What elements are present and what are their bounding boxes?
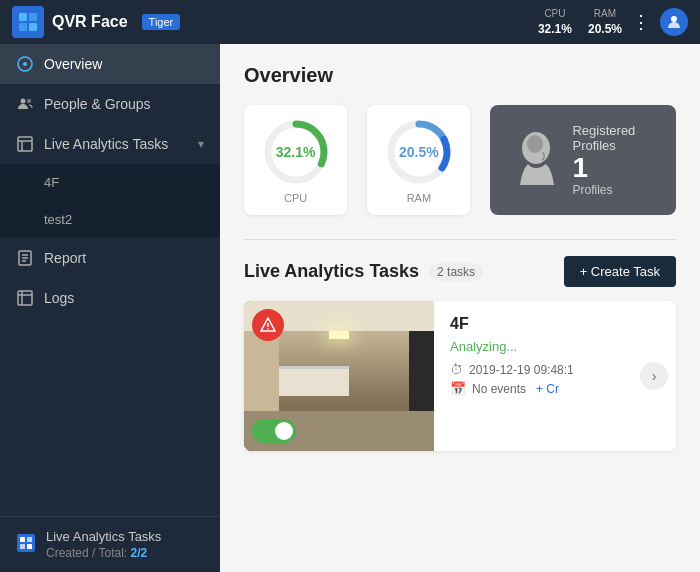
sidebar-bottom-info: Live Analytics Tasks Created / Total: 2/…	[16, 529, 204, 560]
svg-point-4	[671, 16, 677, 22]
content-area: Overview 32.1% CPU	[220, 44, 700, 572]
topbar: QVR Face Tiger CPU 32.1% RAM 20.5% ⋮	[0, 0, 700, 44]
cpu-donut-label: CPU	[284, 192, 307, 204]
svg-rect-0	[19, 13, 27, 21]
svg-rect-20	[20, 537, 25, 542]
sidebar-bottom-title: Live Analytics Tasks	[46, 529, 161, 544]
svg-rect-16	[18, 291, 32, 305]
profiles-icon	[508, 130, 558, 190]
task-status: Analyzing...	[450, 339, 660, 354]
main-layout: Overview People & Groups	[0, 44, 700, 572]
corridor-light	[329, 331, 349, 339]
task-toggle-area	[252, 419, 296, 443]
sidebar: Overview People & Groups	[0, 44, 220, 572]
people-groups-label: People & Groups	[44, 96, 204, 112]
svg-point-8	[27, 99, 31, 103]
task-alert-icon	[252, 309, 284, 341]
task-datetime: 2019-12-19 09:48:1	[469, 363, 574, 377]
sidebar-item-report[interactable]: Report	[0, 238, 220, 278]
tasks-title-row: Live Analytics Tasks 2 tasks	[244, 261, 483, 282]
sidebar-bottom-text: Live Analytics Tasks Created / Total: 2/…	[46, 529, 161, 560]
more-options-button[interactable]: ⋮	[632, 11, 650, 33]
profiles-info: Registered Profiles 1 Profiles	[572, 123, 658, 198]
svg-point-6	[23, 62, 27, 66]
task-meta: ⏱ 2019-12-19 09:48:1 📅 No events + Cr	[450, 362, 660, 396]
svg-rect-3	[29, 23, 37, 31]
sidebar-item-live-analytics[interactable]: Live Analytics Tasks ▾	[0, 124, 220, 164]
logs-label: Logs	[44, 290, 204, 306]
test2-label: test2	[44, 212, 204, 227]
ram-stat: RAM 20.5%	[588, 8, 622, 37]
app-name: QVR Face	[52, 13, 128, 31]
tasks-title: Live Analytics Tasks	[244, 261, 419, 282]
svg-rect-1	[29, 13, 37, 21]
sidebar-item-people-groups[interactable]: People & Groups	[0, 84, 220, 124]
ram-value: 20.5%	[588, 22, 622, 36]
app-logo: QVR Face Tiger	[12, 6, 180, 38]
4f-label: 4F	[44, 175, 204, 190]
corridor-right-wall	[409, 331, 434, 411]
cpu-donut-value: 32.1%	[276, 144, 316, 160]
calendar-icon: 📅	[450, 381, 466, 396]
ram-donut: 20.5%	[383, 116, 455, 188]
svg-rect-22	[20, 544, 25, 549]
svg-point-30	[527, 135, 543, 153]
sidebar-sub-menu: 4F test2	[0, 164, 220, 238]
create-task-button[interactable]: + Create Task	[564, 256, 676, 287]
task-next-arrow[interactable]: ›	[640, 362, 668, 390]
logs-icon	[16, 289, 34, 307]
people-groups-icon	[16, 95, 34, 113]
task-events: No events	[472, 382, 526, 396]
svg-rect-23	[27, 544, 32, 549]
svg-rect-2	[19, 23, 27, 31]
profiles-title: Registered Profiles	[572, 123, 658, 153]
page-title: Overview	[244, 64, 676, 87]
task-name: 4F	[450, 315, 660, 333]
tasks-count: 2 tasks	[429, 263, 483, 281]
tasks-header: Live Analytics Tasks 2 tasks + Create Ta…	[244, 256, 676, 287]
svg-point-32	[267, 328, 269, 330]
ram-label: RAM	[588, 8, 622, 19]
cpu-stat: CPU 32.1%	[538, 8, 572, 37]
task-toggle[interactable]	[252, 419, 296, 443]
sidebar-item-4f[interactable]: 4F	[0, 164, 220, 201]
task-card-4f: 4F Analyzing... ⏱ 2019-12-19 09:48:1 📅 N…	[244, 301, 676, 451]
task-datetime-row: ⏱ 2019-12-19 09:48:1	[450, 362, 660, 377]
corridor-table	[279, 366, 349, 396]
report-icon	[16, 249, 34, 267]
sidebar-item-overview[interactable]: Overview	[0, 44, 220, 84]
svg-point-7	[21, 99, 26, 104]
sidebar-item-logs[interactable]: Logs	[0, 278, 220, 318]
profiles-count: 1	[572, 153, 658, 184]
live-analytics-chevron: ▾	[198, 137, 204, 151]
overview-icon	[16, 55, 34, 73]
svg-rect-19	[17, 534, 35, 552]
app-badge: Tiger	[142, 14, 181, 30]
live-analytics-label: Live Analytics Tasks	[44, 136, 188, 152]
task-events-row: 📅 No events + Cr	[450, 381, 660, 396]
corridor-left-wall	[244, 331, 279, 411]
sidebar-bottom-icon	[16, 533, 36, 556]
app-icon	[12, 6, 44, 38]
system-stats: CPU 32.1% RAM 20.5%	[538, 8, 622, 37]
clock-icon: ⏱	[450, 362, 463, 377]
task-thumbnail	[244, 301, 434, 451]
profiles-subtitle: Profiles	[572, 183, 658, 197]
task-events-action[interactable]: + Cr	[536, 382, 559, 396]
sidebar-item-test2[interactable]: test2	[0, 201, 220, 238]
svg-rect-21	[27, 537, 32, 542]
ram-donut-value: 20.5%	[399, 144, 439, 160]
cpu-card: 32.1% CPU	[244, 105, 347, 215]
sidebar-bottom-subtitle: Created / Total: 2/2	[46, 546, 161, 560]
profiles-card: Registered Profiles 1 Profiles	[490, 105, 676, 215]
section-divider	[244, 239, 676, 240]
user-avatar[interactable]	[660, 8, 688, 36]
ram-card: 20.5% RAM	[367, 105, 470, 215]
cpu-donut: 32.1%	[260, 116, 332, 188]
report-label: Report	[44, 250, 204, 266]
stats-row: 32.1% CPU 20.5% RAM	[244, 105, 676, 215]
overview-label: Overview	[44, 56, 204, 72]
ram-donut-label: RAM	[407, 192, 431, 204]
cpu-label: CPU	[538, 8, 572, 19]
svg-rect-9	[18, 137, 32, 151]
